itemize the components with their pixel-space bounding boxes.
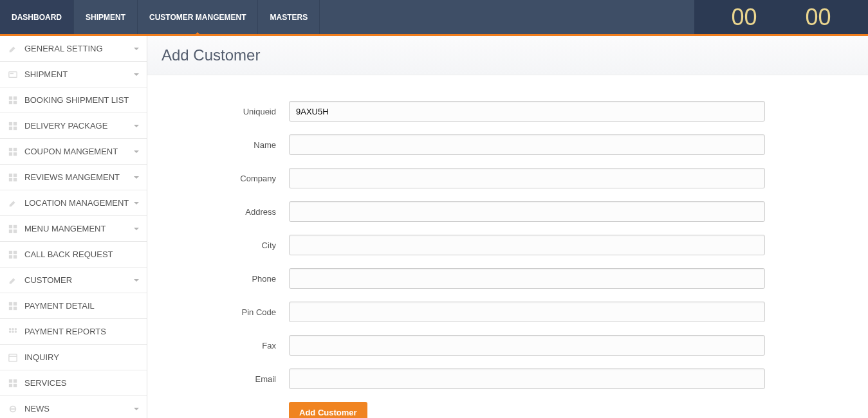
svg-rect-2: [9, 96, 12, 99]
grid-icon: [8, 301, 18, 311]
svg-rect-9: [14, 126, 17, 129]
sidebar-item-payment-reports[interactable]: PAYMENT REPORTS: [0, 319, 147, 345]
name-field[interactable]: [289, 134, 765, 155]
sidebar-item-label: PAYMENT DETAIL: [24, 301, 139, 311]
circle-icon: [8, 404, 18, 414]
chevron-down-icon: [134, 408, 139, 410]
grid-icon: [8, 121, 18, 131]
topbar: DASHBOARDSHIPMENTCUSTOMER MANGEMENTMASTE…: [0, 0, 868, 34]
form-label-email: Email: [160, 374, 289, 384]
chevron-down-icon: [134, 125, 139, 127]
form-row-pincode: Pin Code: [160, 302, 855, 322]
form-label-company: Company: [160, 174, 289, 183]
svg-point-34: [12, 331, 14, 333]
address-field[interactable]: [289, 201, 765, 222]
sidebar-item-services[interactable]: SERVICES: [0, 370, 147, 396]
form-row-fax: Fax: [160, 335, 855, 356]
sidebar-item-news[interactable]: NEWS: [0, 396, 147, 418]
topnav-item-masters[interactable]: MASTERS: [258, 0, 320, 34]
counter-left: 00: [731, 4, 757, 31]
svg-rect-0: [9, 71, 17, 77]
sidebar-item-label: CUSTOMER: [24, 275, 134, 285]
svg-rect-8: [9, 126, 12, 129]
sidebar-item-label: DELIVERY PACKAGE: [24, 121, 134, 131]
svg-point-33: [9, 331, 12, 333]
svg-rect-36: [9, 354, 17, 361]
sidebar-item-location-management[interactable]: LOCATION MANAGEMENT: [0, 190, 147, 216]
form-row-uniqueid: Uniqueid: [160, 101, 855, 122]
svg-rect-23: [14, 250, 17, 253]
svg-rect-39: [14, 379, 17, 382]
svg-point-30: [9, 327, 12, 330]
svg-rect-10: [9, 147, 12, 150]
topnav-item-label: SHIPMENT: [86, 13, 125, 22]
pincode-field[interactable]: [289, 302, 765, 322]
chevron-down-icon: [134, 176, 139, 179]
svg-rect-29: [14, 306, 17, 309]
sidebar-item-delivery-package[interactable]: DELIVERY PACKAGE: [0, 113, 147, 139]
sidebar-item-menu-mangement[interactable]: MENU MANGEMENT: [0, 216, 147, 242]
fax-field[interactable]: [289, 335, 765, 356]
svg-rect-27: [14, 302, 17, 305]
topnav-item-label: CUSTOMER MANGEMENT: [149, 13, 246, 22]
sidebar-item-label: MENU MANGEMENT: [24, 224, 134, 233]
grid-icon: [8, 378, 18, 388]
add-customer-button[interactable]: Add Customer: [289, 402, 367, 418]
svg-rect-1: [10, 73, 14, 74]
sidebar-item-payment-detail[interactable]: PAYMENT DETAIL: [0, 293, 147, 319]
pencil-icon: [8, 198, 18, 208]
sidebar-item-label: COUPON MANGEMENT: [24, 147, 134, 156]
chevron-down-icon: [134, 279, 139, 282]
svg-rect-28: [9, 306, 12, 309]
counter-right: 00: [805, 4, 831, 31]
topnav-item-customer-mangement[interactable]: CUSTOMER MANGEMENT: [138, 0, 258, 34]
chevron-down-icon: [134, 48, 139, 50]
svg-rect-17: [14, 177, 17, 181]
topnav-item-shipment[interactable]: SHIPMENT: [74, 0, 138, 34]
layout: GENERAL SETTINGSHIPMENTBOOKING SHIPMENT …: [0, 36, 868, 418]
topnav-item-dashboard[interactable]: DASHBOARD: [0, 0, 74, 34]
sidebar-item-general-setting[interactable]: GENERAL SETTING: [0, 36, 147, 62]
svg-point-35: [15, 331, 17, 333]
sidebar-item-label: LOCATION MANAGEMENT: [24, 198, 134, 208]
grid-icon: [8, 224, 18, 234]
company-field[interactable]: [289, 168, 765, 188]
sidebar-item-call-back-request[interactable]: CALL BACK REQUEST: [0, 242, 147, 268]
svg-rect-20: [9, 229, 12, 232]
uniqueid-field[interactable]: [289, 101, 765, 122]
sidebar-item-inquiry[interactable]: INQUIRY: [0, 345, 147, 370]
sidebar-item-shipment[interactable]: SHIPMENT: [0, 62, 147, 87]
sidebar-item-label: REVIEWS MANGEMENT: [24, 172, 134, 182]
svg-point-31: [12, 327, 14, 330]
svg-rect-4: [9, 100, 12, 104]
form-row-address: Address: [160, 201, 855, 222]
svg-rect-7: [14, 122, 17, 125]
svg-rect-38: [9, 379, 12, 382]
sidebar: GENERAL SETTINGSHIPMENTBOOKING SHIPMENT …: [0, 36, 147, 418]
sidebar-item-label: INQUIRY: [24, 352, 139, 362]
svg-rect-24: [9, 255, 12, 258]
city-field[interactable]: [289, 235, 765, 255]
form-row-phone: Phone: [160, 268, 855, 289]
sidebar-item-label: BOOKING SHIPMENT LIST: [24, 95, 139, 105]
svg-rect-40: [9, 383, 12, 386]
topnav-item-label: DASHBOARD: [12, 13, 62, 22]
svg-rect-21: [14, 229, 17, 232]
form-row-company: Company: [160, 168, 855, 188]
sidebar-item-booking-shipment-list[interactable]: BOOKING SHIPMENT LIST: [0, 87, 147, 113]
sidebar-item-reviews-mangement[interactable]: REVIEWS MANGEMENT: [0, 165, 147, 190]
phone-field[interactable]: [289, 268, 765, 289]
counter-box: 00 00: [694, 0, 868, 34]
sidebar-item-coupon-mangement[interactable]: COUPON MANGEMENT: [0, 139, 147, 165]
sidebar-item-customer[interactable]: CUSTOMER: [0, 268, 147, 293]
topnav: DASHBOARDSHIPMENTCUSTOMER MANGEMENTMASTE…: [0, 0, 320, 34]
sidebar-item-label: SERVICES: [24, 378, 139, 388]
svg-rect-6: [9, 122, 12, 125]
content: Add Customer UniqueidNameCompanyAddressC…: [147, 36, 868, 418]
svg-rect-14: [9, 173, 12, 176]
form-label-phone: Phone: [160, 274, 289, 284]
email-field[interactable]: [289, 368, 765, 389]
dots-icon: [8, 327, 18, 337]
sidebar-item-label: CALL BACK REQUEST: [24, 250, 139, 259]
form: UniqueidNameCompanyAddressCityPhonePin C…: [147, 75, 868, 418]
